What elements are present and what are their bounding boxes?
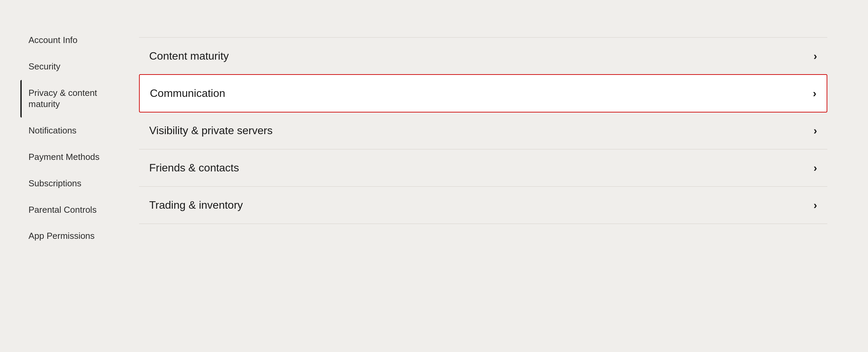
content-area: Account InfoSecurityPrivacy & content ma…	[20, 27, 848, 338]
menu-list: Content maturity›Communication›Visibilit…	[139, 37, 827, 224]
sidebar-item-privacy-content-maturity[interactable]: Privacy & content maturity	[20, 80, 119, 118]
sidebar-item-notifications[interactable]: Notifications	[20, 118, 119, 144]
sidebar-item-security[interactable]: Security	[20, 54, 119, 80]
menu-item-visibility-private-servers[interactable]: Visibility & private servers›	[139, 112, 827, 149]
sidebar-item-parental-controls[interactable]: Parental Controls	[20, 197, 119, 223]
sidebar-item-app-permissions[interactable]: App Permissions	[20, 223, 119, 249]
page-container: Account InfoSecurityPrivacy & content ma…	[0, 0, 868, 352]
menu-item-content-maturity[interactable]: Content maturity›	[139, 37, 827, 75]
menu-item-communication[interactable]: Communication›	[139, 74, 827, 112]
chevron-right-icon: ›	[813, 124, 817, 137]
menu-item-friends-contacts[interactable]: Friends & contacts›	[139, 149, 827, 186]
menu-item-label-communication: Communication	[150, 87, 225, 100]
chevron-right-icon: ›	[813, 87, 816, 100]
menu-item-label-content-maturity: Content maturity	[149, 50, 229, 62]
menu-item-label-friends-contacts: Friends & contacts	[149, 162, 239, 174]
chevron-right-icon: ›	[813, 162, 817, 174]
chevron-right-icon: ›	[813, 50, 817, 62]
chevron-right-icon: ›	[813, 199, 817, 211]
sidebar: Account InfoSecurityPrivacy & content ma…	[20, 27, 119, 338]
sidebar-item-subscriptions[interactable]: Subscriptions	[20, 170, 119, 197]
sidebar-item-payment-methods[interactable]: Payment Methods	[20, 144, 119, 170]
menu-item-label-trading-inventory: Trading & inventory	[149, 199, 243, 211]
menu-item-trading-inventory[interactable]: Trading & inventory›	[139, 186, 827, 224]
sidebar-item-account-info[interactable]: Account Info	[20, 27, 119, 54]
main-content: Content maturity›Communication›Visibilit…	[119, 27, 848, 338]
menu-item-label-visibility-private-servers: Visibility & private servers	[149, 124, 273, 137]
